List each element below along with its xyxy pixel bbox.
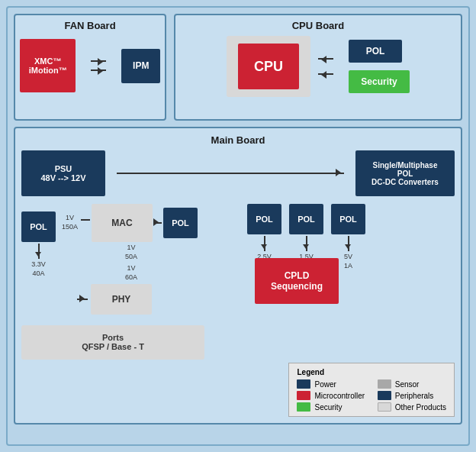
cpu-gray-bg: CPU [227, 36, 310, 97]
mac-pol-arrowhead [153, 218, 162, 226]
legend-label-sensor: Sensor [395, 380, 420, 389]
pol-left-block: POL [21, 211, 56, 242]
legend-label-power: Power [314, 380, 336, 389]
cpu-block: CPU [238, 44, 299, 89]
mac-pol-block: POL [163, 208, 198, 238]
fan-board-title: FAN Board [20, 20, 160, 31]
phy-block: PHY [91, 284, 152, 315]
dcdc-line3: DC-DC Converters [371, 178, 439, 186]
main-board-title: Main Board [21, 134, 455, 146]
row2-wrapper: POL 3.3V40A 1V150A MAC [21, 204, 455, 360]
main-row1: PSU 48V --> 12V Single/Multiphase POL DC… [21, 150, 455, 196]
main-board: Main Board PSU 48V --> 12V Single/Multip… [14, 127, 462, 425]
legend-title: Legend [297, 368, 446, 376]
mac-section: 1V150A MAC POL [62, 204, 198, 242]
legend-label-other: Other Products [395, 403, 446, 412]
legend-label-security: Security [314, 403, 342, 412]
pol-left-container: POL 3.3V40A [21, 211, 56, 278]
ports-line2: QFSP / Base - T [82, 342, 144, 351]
legend-box: Legend Power Sensor Microcontroller Peri… [288, 363, 455, 417]
dcdc-line1: Single/Multiphase [372, 161, 437, 170]
legend-swatch-sensor [378, 379, 391, 389]
fan-board: FAN Board XMC™iMotion™ IPM [14, 14, 166, 121]
cpu-board: CPU Board CPU POL Security [174, 14, 462, 121]
ports-box: Ports QFSP / Base - T [21, 325, 204, 360]
legend-swatch-mcu [297, 391, 310, 400]
mac-in-arrow [81, 219, 90, 221]
label-1v-60a-area: 1V60A [65, 264, 198, 282]
pol-left-label: 3.3V40A [31, 260, 46, 278]
ports-line1: Ports [102, 333, 124, 342]
cpu-inner: CPU POL Security [180, 36, 456, 97]
cpld-line1: CPLD [285, 270, 310, 281]
psu-block: PSU 48V --> 12V [21, 150, 105, 196]
pol3-out-label: 5V1A [344, 253, 352, 270]
cpu-board-title: CPU Board [180, 20, 456, 31]
psu-line2: 48V --> 12V [40, 173, 85, 182]
label-1v-150a: 1V150A [62, 214, 78, 231]
psu-line1: PSU [55, 164, 72, 173]
pol3-block: POL [331, 204, 365, 234]
cpu-pol-block: POL [349, 40, 402, 63]
legend-item-peripherals: Peripherals [378, 391, 446, 400]
cpu-right-blocks: POL Security [349, 40, 410, 93]
legend-swatch-peripherals [378, 391, 391, 400]
mac-block: MAC [92, 204, 153, 242]
legend-item-sensor: Sensor [378, 379, 446, 389]
cpld-block: CPLD Sequencing [255, 258, 339, 304]
arrow-xmc-ipm-2 [91, 69, 106, 71]
arrow-security-cpu [318, 73, 333, 75]
legend-item-other: Other Products [378, 402, 446, 412]
pol1-block: POL [247, 204, 281, 234]
legend-swatch-power [297, 379, 310, 389]
legend-label-mcu: Microcontroller [314, 392, 365, 400]
arrow-pol-cpu [318, 58, 333, 60]
pol1-down-arrow [264, 236, 265, 251]
xmc-block: XMC™iMotion™ [20, 39, 76, 92]
legend-item-power: Power [297, 379, 365, 389]
label-1v-50a: 1V50A [65, 244, 198, 261]
legend-item-mcu: Microcontroller [297, 391, 365, 400]
right-main-section: POL 2.5V1A POL 1.5V13A POL 5V1A [247, 204, 455, 360]
legend-grid: Power Sensor Microcontroller Peripherals… [297, 379, 446, 412]
legend-swatch-security [297, 402, 310, 412]
cpu-arrows [318, 58, 333, 75]
psu-dcdc-arrow [117, 173, 344, 174]
pol2-block: POL [289, 204, 323, 234]
dcdc-block: Single/Multiphase POL DC-DC Converters [355, 150, 455, 196]
legend-item-security: Security [297, 402, 365, 412]
ipm-block: IPM [121, 49, 160, 83]
cpld-line2: Sequencing [271, 281, 323, 292]
fan-inner: XMC™iMotion™ IPM [20, 39, 160, 92]
arrow-xmc-ipm-1 [91, 60, 106, 62]
phy-row: PHY [62, 284, 198, 315]
label-1v-50a-area: 1V50A [65, 244, 198, 261]
label-1v-60a: 1V60A [65, 264, 198, 282]
pol2-down-arrow [306, 236, 307, 251]
phy-arrowhead [79, 295, 88, 302]
left-main-section: POL 3.3V40A 1V150A MAC [21, 204, 243, 360]
pol3-down-arrow [348, 236, 349, 251]
legend-swatch-other [378, 402, 391, 412]
phy-arrow [77, 299, 88, 300]
dcdc-line2: POL [397, 170, 413, 178]
legend-label-peripherals: Peripherals [395, 392, 434, 400]
security-block: Security [349, 70, 410, 93]
mac-pol-arrow [154, 222, 162, 224]
pol-left-down-arrow [38, 244, 40, 259]
top-row: FAN Board XMC™iMotion™ IPM CPU Board CPU [14, 14, 462, 121]
mac-row: POL 3.3V40A 1V150A MAC [21, 204, 243, 315]
main-container: FAN Board XMC™iMotion™ IPM CPU Board CPU [6, 6, 470, 446]
mac-phy-col: 1V150A MAC POL [62, 204, 198, 315]
